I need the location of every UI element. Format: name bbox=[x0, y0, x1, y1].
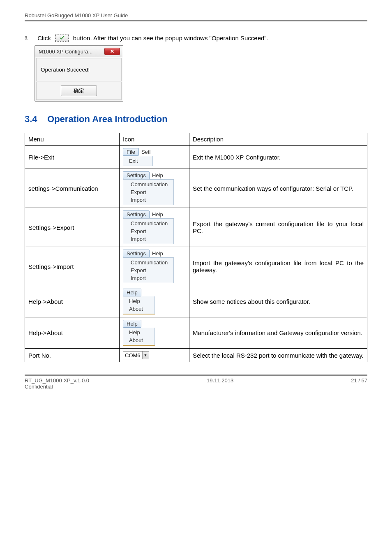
footer-page: 21 / 57 bbox=[351, 377, 367, 390]
desc-cell: Set the communication ways of configurat… bbox=[189, 169, 367, 208]
menu-cell: File->Exit bbox=[25, 146, 120, 169]
step-suffix: button. After that you can see the popup… bbox=[73, 35, 268, 42]
page-footer: RT_UG_M1000 XP_v.1.0.0 Confidential 19.1… bbox=[25, 375, 367, 390]
table-row: Port No. COM6 ▼ Select the local RS-232 … bbox=[25, 349, 367, 362]
table-row: Settings->Export Settings Help Communica… bbox=[25, 208, 367, 247]
desc-cell: Exit the M1000 XP Configurator. bbox=[189, 146, 367, 169]
table-row: File->Exit File Setl Exit Exit the M1000… bbox=[25, 146, 367, 169]
menu-item-import[interactable]: Import bbox=[123, 274, 173, 282]
footer-date: 19.11.2013 bbox=[207, 377, 233, 390]
dialog-message: Operation Succeed! bbox=[41, 67, 90, 73]
dialog-body: Operation Succeed! bbox=[36, 58, 122, 81]
menu-cell: Settings->Import bbox=[25, 247, 120, 286]
icon-cell: Settings Help Communication Export Impor… bbox=[120, 169, 189, 208]
menu-item-import[interactable]: Import bbox=[123, 235, 173, 243]
port-value: COM6 bbox=[125, 352, 141, 358]
port-combobox[interactable]: COM6 ▼ bbox=[123, 351, 149, 359]
table-row: Settings->Import Settings Help Communica… bbox=[25, 247, 367, 286]
step-prefix: Click bbox=[37, 35, 51, 42]
menu-label: Setl bbox=[139, 148, 153, 155]
close-icon[interactable]: ✕ bbox=[104, 48, 120, 55]
header-title: Robustel GoRugged M1000 XP User Guide bbox=[25, 12, 128, 18]
icon-cell: COM6 ▼ bbox=[120, 349, 189, 362]
menu-cell: Help->About bbox=[25, 317, 120, 349]
section-number: 3.4 bbox=[25, 114, 37, 124]
icon-cell: Settings Help Communication Export Impor… bbox=[120, 247, 189, 286]
desc-cell: Show some notices about this configurato… bbox=[189, 286, 367, 317]
menu-label: Help bbox=[150, 211, 166, 218]
menu-help-button[interactable]: Help bbox=[123, 320, 141, 328]
menu-item-help[interactable]: Help bbox=[123, 328, 154, 336]
menu-settings-button[interactable]: Settings bbox=[123, 210, 150, 218]
footer-confidential: Confidential bbox=[25, 384, 89, 390]
menu-item-help[interactable]: Help bbox=[123, 297, 154, 305]
menu-cell: Port No. bbox=[25, 349, 120, 362]
ok-button[interactable]: 确定 bbox=[61, 86, 97, 96]
menu-item-import[interactable]: Import bbox=[123, 196, 173, 204]
col-icon: Icon bbox=[120, 133, 189, 146]
menu-item-export[interactable]: Export bbox=[123, 227, 173, 235]
section-title: Operation Area Introduction bbox=[47, 114, 168, 124]
dialog-titlebar: M1000 XP Configura... ✕ bbox=[35, 46, 122, 57]
menu-label: Help bbox=[150, 250, 166, 257]
menu-item-exit[interactable]: Exit bbox=[123, 157, 152, 165]
step-number: 3. bbox=[25, 35, 28, 40]
icon-cell: File Setl Exit bbox=[120, 146, 189, 169]
operation-succeed-dialog: M1000 XP Configura... ✕ Operation Succee… bbox=[35, 45, 123, 102]
col-description: Description bbox=[189, 133, 367, 146]
menu-item-about[interactable]: About bbox=[123, 305, 154, 313]
menu-file-button[interactable]: File bbox=[123, 148, 139, 156]
desc-cell: Export the gateway's current configurati… bbox=[189, 208, 367, 247]
table-row: Help->About Help Help About Manufacturer… bbox=[25, 317, 367, 349]
menu-cell: settings->Communication bbox=[25, 169, 120, 208]
menu-label: Help bbox=[150, 172, 166, 179]
menu-item-about[interactable]: About bbox=[123, 336, 154, 344]
desc-cell: Import the gateway's configuration file … bbox=[189, 247, 367, 286]
table-row: settings->Communication Settings Help Co… bbox=[25, 169, 367, 208]
menu-settings-button[interactable]: Settings bbox=[123, 250, 150, 257]
menu-help-button[interactable]: Help bbox=[123, 289, 141, 296]
dialog-title-text: M1000 XP Configura... bbox=[39, 49, 92, 55]
menu-item-communication[interactable]: Communication bbox=[123, 259, 173, 266]
icon-cell: Help Help About bbox=[120, 286, 189, 317]
icon-cell: Help Help About bbox=[120, 317, 189, 349]
menu-cell: Settings->Export bbox=[25, 208, 120, 247]
menu-cell: Help->About bbox=[25, 286, 120, 317]
menu-item-export[interactable]: Export bbox=[123, 266, 173, 274]
page-header: Robustel GoRugged M1000 XP User Guide bbox=[25, 12, 367, 21]
step-instruction: 3. Click button. After that you can see … bbox=[25, 34, 367, 42]
dialog-footer: 确定 bbox=[36, 82, 122, 100]
desc-cell: Manufacturer's information and Gateway c… bbox=[189, 317, 367, 349]
operation-area-table: Menu Icon Description File->Exit File Se… bbox=[25, 133, 367, 362]
table-header-row: Menu Icon Description bbox=[25, 133, 367, 146]
icon-cell: Settings Help Communication Export Impor… bbox=[120, 208, 189, 247]
menu-settings-button[interactable]: Settings bbox=[123, 171, 150, 179]
menu-item-communication[interactable]: Communication bbox=[123, 180, 173, 188]
desc-cell: Select the local RS-232 port to communic… bbox=[189, 349, 367, 362]
table-row: Help->About Help Help About Show some no… bbox=[25, 286, 367, 317]
col-menu: Menu bbox=[25, 133, 120, 146]
chevron-down-icon: ▼ bbox=[142, 352, 149, 359]
section-heading: 3.4 Operation Area Introduction bbox=[25, 114, 367, 125]
menu-item-communication[interactable]: Communication bbox=[123, 220, 173, 227]
footer-doc-id: RT_UG_M1000 XP_v.1.0.0 bbox=[25, 377, 89, 384]
checkmark-icon bbox=[55, 34, 69, 42]
menu-item-export[interactable]: Export bbox=[123, 188, 173, 196]
